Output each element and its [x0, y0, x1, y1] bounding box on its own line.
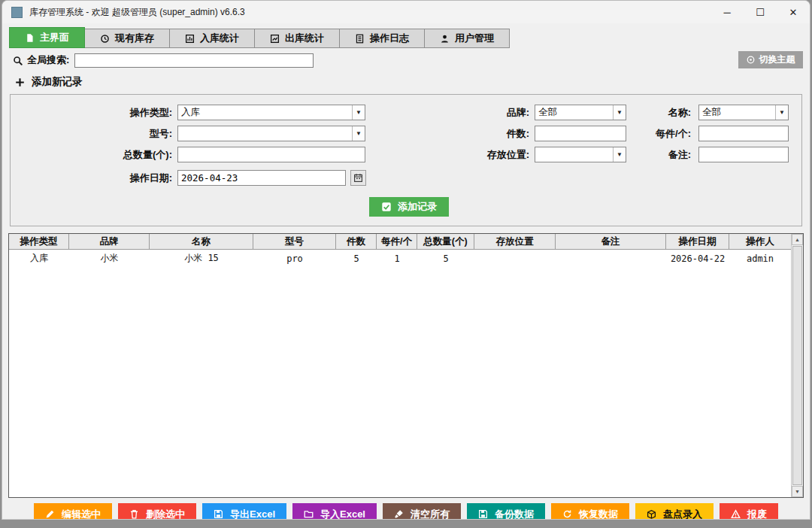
vertical-scrollbar[interactable]: ▲ ▼ — [791, 234, 803, 497]
toggle-theme-button[interactable]: 切换主题 — [738, 51, 803, 68]
scrap-button[interactable]: 报废 — [720, 503, 778, 520]
scrollbar-thumb[interactable] — [792, 246, 802, 485]
chart-in-icon — [185, 34, 195, 44]
document-icon — [25, 33, 35, 43]
tab-operation-log[interactable]: 操作日志 — [339, 29, 425, 48]
action-label: 报废 — [747, 508, 767, 520]
user-icon — [440, 34, 450, 44]
column-header-pieces[interactable]: 件数 — [336, 234, 377, 249]
tab-main[interactable]: 主界面 — [9, 27, 85, 48]
column-header-brand[interactable]: 品牌 — [69, 234, 150, 249]
total-quantity-input[interactable] — [177, 147, 365, 162]
brand-value: 全部 — [535, 106, 613, 119]
minimize-icon[interactable]: ─ — [710, 1, 744, 23]
tab-inbound-stats[interactable]: 入库统计 — [169, 29, 255, 48]
tab-label: 入库统计 — [200, 32, 239, 45]
add-record-form: 操作类型: 入库 ▼ 品牌: 全部 ▼ 名称: 全部 ▼ 型号: ▼ 件数: 每… — [10, 94, 802, 226]
operation-type-value: 入库 — [178, 106, 352, 119]
column-header-remark[interactable]: 备注 — [556, 234, 666, 249]
add-record-button-label: 添加记录 — [398, 200, 437, 214]
name-label: 名称: — [608, 105, 691, 120]
restore-icon — [562, 509, 572, 519]
name-select[interactable]: 全部 ▼ — [698, 105, 789, 120]
tab-label: 主界面 — [40, 31, 69, 44]
action-label: 编辑选中 — [62, 508, 101, 520]
save-icon — [478, 509, 488, 519]
tab-label: 操作日志 — [370, 32, 409, 45]
import-excel-button[interactable]: 导入Excel — [292, 503, 377, 520]
clear-all-button[interactable]: 清空所有 — [383, 503, 461, 520]
action-label: 恢复数据 — [579, 508, 618, 520]
column-header-operation-date[interactable]: 操作日期 — [666, 234, 729, 249]
search-label: 全局搜索: — [27, 53, 69, 67]
tab-current-stock[interactable]: 现有库存 — [84, 29, 170, 48]
per-piece-input[interactable] — [698, 126, 789, 141]
log-icon — [355, 34, 365, 44]
window-title: 库存管理系统 - 欢迎 超级管理员 (super_admin) v6.6.3 — [29, 6, 245, 19]
chevron-down-icon[interactable]: ▼ — [352, 126, 365, 141]
add-record-title: 添加新记录 — [32, 75, 83, 89]
cell-location — [474, 250, 556, 267]
palette-icon — [747, 56, 755, 64]
column-header-total-quantity[interactable]: 总数量(个) — [417, 234, 474, 249]
column-header-name[interactable]: 名称 — [150, 234, 253, 249]
close-icon[interactable]: ✕ — [777, 1, 810, 23]
location-label: 存放位置: — [432, 147, 529, 162]
brush-icon — [394, 509, 404, 519]
column-header-location[interactable]: 存放位置 — [474, 234, 556, 249]
export-excel-button[interactable]: 导出Excel — [202, 503, 286, 520]
restore-data-button[interactable]: 恢复数据 — [551, 503, 629, 520]
add-record-button[interactable]: 添加记录 — [369, 197, 449, 217]
model-label: 型号: — [11, 126, 172, 141]
edit-icon — [45, 509, 55, 519]
records-table: 操作类型 品牌 名称 型号 件数 每件/个 总数量(个) 存放位置 备注 操作日… — [8, 233, 804, 498]
clock-icon — [100, 34, 110, 44]
tab-label: 出库统计 — [285, 32, 324, 45]
edit-selected-button[interactable]: 编辑选中 — [34, 503, 112, 520]
title-bar: 库存管理系统 - 欢迎 超级管理员 (super_admin) v6.6.3 ─… — [2, 1, 810, 23]
remark-label: 备注: — [608, 147, 691, 162]
chevron-down-icon[interactable]: ▼ — [352, 105, 365, 120]
theme-button-label: 切换主题 — [759, 53, 795, 66]
global-search-input[interactable] — [74, 53, 314, 68]
chevron-down-icon[interactable]: ▼ — [775, 105, 788, 120]
operation-date-input[interactable] — [177, 170, 346, 186]
action-button-bar: 编辑选中 删除选中 导出Excel 导入Excel 清空所有 — [2, 503, 810, 520]
delete-selected-button[interactable]: 删除选中 — [118, 503, 196, 520]
chart-out-icon — [270, 34, 280, 44]
table-row[interactable]: 入库 小米 小米 15 pro 5 1 5 2026-04-22 admin — [9, 250, 791, 267]
cell-pieces: 5 — [336, 250, 377, 267]
pieces-label: 件数: — [432, 126, 529, 141]
tab-outbound-stats[interactable]: 出库统计 — [254, 29, 340, 48]
remark-input[interactable] — [698, 147, 789, 162]
action-label: 删除选中 — [146, 508, 185, 520]
scroll-up-icon[interactable]: ▲ — [792, 234, 803, 245]
folder-icon — [304, 509, 314, 519]
column-header-operation-type[interactable]: 操作类型 — [9, 234, 69, 249]
column-header-operator[interactable]: 操作人 — [729, 234, 791, 249]
column-header-model[interactable]: 型号 — [253, 234, 336, 249]
action-label: 导入Excel — [320, 508, 365, 520]
scroll-down-icon[interactable]: ▼ — [792, 486, 803, 497]
tab-bar: 主界面 现有库存 入库统计 出库统计 操作日志 — [2, 27, 810, 48]
cell-operation-type: 入库 — [9, 250, 69, 267]
tab-user-management[interactable]: 用户管理 — [424, 29, 510, 48]
box-icon — [647, 509, 656, 519]
cell-operator: admin — [729, 250, 791, 267]
add-record-section-header: 添加新记录 — [2, 74, 810, 90]
checkbox-check-icon — [381, 202, 392, 212]
operation-type-select[interactable]: 入库 ▼ — [177, 105, 365, 120]
model-select[interactable]: ▼ — [177, 126, 365, 141]
operation-date-label: 操作日期: — [11, 170, 172, 186]
stocktake-entry-button[interactable]: 盘点录入 — [635, 503, 714, 520]
per-piece-label: 每件/个: — [608, 126, 691, 141]
cell-per-piece: 1 — [377, 250, 417, 267]
search-row: 全局搜索: 切换主题 — [2, 50, 810, 70]
total-quantity-label: 总数量(个): — [11, 147, 172, 162]
cell-brand: 小米 — [69, 250, 150, 267]
date-picker-button[interactable] — [350, 170, 366, 186]
maximize-icon[interactable]: ☐ — [744, 1, 777, 23]
save-icon — [214, 509, 223, 519]
column-header-per-piece[interactable]: 每件/个 — [377, 234, 417, 249]
backup-data-button[interactable]: 备份数据 — [467, 503, 545, 520]
